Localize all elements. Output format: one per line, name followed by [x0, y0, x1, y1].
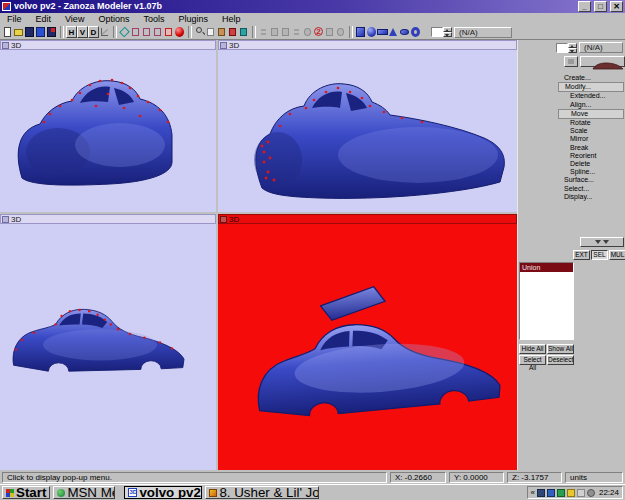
toggle-d-button[interactable]: D [88, 26, 99, 38]
menu-plugins[interactable]: Plugins [171, 14, 215, 25]
viewport-caption-active[interactable]: 3D [218, 214, 517, 224]
mul-mode-button[interactable]: MUL [609, 250, 625, 260]
modifier-tool-icon[interactable] [302, 26, 313, 38]
ext-mode-button[interactable]: EXT [573, 250, 590, 260]
primitive-box-icon[interactable] [377, 26, 388, 38]
status-message: Click to display pop-up menu. [2, 472, 387, 483]
viewport-caption[interactable]: 3D [0, 214, 216, 224]
eraser-tool-icon[interactable] [205, 26, 216, 38]
taskbar: Start MSN Messenger 3D volvo pv2 - Zanoz… [0, 484, 625, 500]
deselect-button[interactable]: Deselect [547, 355, 574, 365]
edges-mode-icon[interactable] [141, 26, 152, 38]
star-tool-icon[interactable] [269, 26, 280, 38]
sidebar-item-move[interactable]: Move [558, 109, 624, 119]
spinner-arrows[interactable] [568, 43, 577, 53]
app-icon[interactable] [2, 2, 11, 11]
zoom-tool-icon[interactable] [194, 26, 205, 38]
viewport-canvas-3d-active[interactable] [218, 224, 517, 470]
weld-tool-icon[interactable] [291, 26, 302, 38]
volume-tray-icon[interactable] [567, 489, 575, 497]
material-box-icon[interactable] [216, 26, 227, 38]
viewport-caption[interactable]: 3D [0, 40, 216, 50]
objects-list-selected-item[interactable]: Union [520, 263, 573, 272]
sidebar-item-scale[interactable]: Scale [562, 127, 624, 135]
select-all-button[interactable]: Select All [519, 355, 546, 365]
spinner-value-box[interactable] [431, 27, 443, 37]
show-all-button[interactable]: Show All [547, 344, 574, 354]
task-msn-messenger[interactable]: MSN Messenger [53, 486, 115, 499]
primitive-sphere-icon[interactable] [366, 26, 377, 38]
sidebar-item-mirror[interactable]: Mirror [562, 135, 624, 143]
new-file-icon[interactable] [2, 26, 13, 38]
sidebar-item-break[interactable]: Break [562, 144, 624, 152]
toggle-v-button[interactable]: V [77, 26, 88, 38]
task-zmodeler[interactable]: 3D volvo pv2 - Zanoz... [124, 486, 202, 499]
main-toolbar: H V D 2 (N/A) [0, 25, 625, 40]
menu-tools[interactable]: Tools [136, 14, 171, 25]
viewport-caption[interactable]: 3D [218, 40, 517, 50]
sidebar-item-rotate[interactable]: Rotate [562, 119, 624, 127]
viewport-canvas-3d[interactable] [0, 50, 216, 212]
sidebar-item-extended[interactable]: Extended... [562, 92, 624, 100]
close-icon[interactable]: ✕ [610, 1, 623, 12]
toggle-h-button[interactable]: H [66, 26, 77, 38]
polygons-mode-icon[interactable] [163, 26, 174, 38]
save-export-icon[interactable] [46, 26, 57, 38]
small-toggle-button[interactable] [564, 56, 578, 67]
vertices-mode-icon[interactable] [130, 26, 141, 38]
viewport-canvas-3d[interactable] [0, 224, 216, 470]
sidebar-item-delete[interactable]: Delete [562, 160, 624, 168]
start-button[interactable]: Start [2, 486, 50, 499]
expand-panel-button[interactable] [580, 237, 624, 247]
sel-mode-button[interactable]: SEL [591, 250, 608, 260]
sidebar-item-surface[interactable]: Surface... [562, 176, 624, 184]
delete-box-icon[interactable] [227, 26, 238, 38]
cut-tool-icon[interactable] [258, 26, 269, 38]
axes-tool-icon[interactable] [99, 26, 110, 38]
primitive-disc-icon[interactable] [399, 26, 410, 38]
menu-file[interactable]: File [0, 14, 29, 25]
task-music-player[interactable]: 8. Usher & Lil' Jon ... [205, 486, 319, 499]
antivirus-tray-icon[interactable] [557, 489, 565, 497]
sidebar-item-create[interactable]: Create... [562, 74, 624, 82]
window-tool-icon[interactable] [280, 26, 291, 38]
viewport-menu-icon[interactable] [2, 216, 9, 223]
viewport-menu-icon[interactable] [220, 216, 227, 223]
hide-all-button[interactable]: Hide All [519, 344, 546, 354]
spinner-value-box[interactable] [556, 43, 568, 53]
open-file-icon[interactable] [13, 26, 24, 38]
wireframe-tool-icon[interactable] [119, 26, 130, 38]
sidebar-item-reorient[interactable]: Reorient [562, 152, 624, 160]
car-view-button[interactable] [580, 56, 625, 67]
save-icon[interactable] [24, 26, 35, 38]
sidebar-item-modify[interactable]: Modify... [558, 82, 624, 92]
sidebar-item-spline[interactable]: Spline... [562, 168, 624, 176]
menu-edit[interactable]: Edit [29, 14, 59, 25]
menu-view[interactable]: View [58, 14, 91, 25]
uv-tool-icon[interactable] [238, 26, 249, 38]
spinner-arrows[interactable] [443, 27, 452, 37]
faces-mode-icon[interactable] [152, 26, 163, 38]
network-tray-icon[interactable] [537, 489, 545, 497]
dialup-tray-icon[interactable] [587, 489, 595, 497]
menu-options[interactable]: Options [91, 14, 136, 25]
viewport-canvas-3d[interactable] [218, 50, 517, 212]
viewport-menu-icon[interactable] [220, 42, 227, 49]
display-tray-icon[interactable] [547, 489, 555, 497]
save-blue-icon[interactable] [35, 26, 46, 38]
primitive-cube-icon[interactable] [355, 26, 366, 38]
sidebar-item-display[interactable]: Display... [562, 193, 624, 201]
maximize-icon[interactable]: □ [594, 1, 607, 12]
primitive-cone-icon[interactable] [388, 26, 399, 38]
primitive-torus-icon[interactable] [410, 26, 421, 38]
tray-collapse-icon[interactable]: « [531, 488, 535, 498]
sidebar-item-select[interactable]: Select... [562, 185, 624, 193]
minimize-icon[interactable]: _ [578, 1, 591, 12]
menu-help[interactable]: Help [215, 14, 248, 25]
sidebar-item-align[interactable]: Align... [562, 101, 624, 109]
scheduler-tray-icon[interactable] [577, 489, 585, 497]
objects-list[interactable]: Union [519, 262, 574, 340]
second-layer-icon[interactable]: 2 [313, 26, 324, 38]
viewport-menu-icon[interactable] [2, 42, 9, 49]
render-sphere-icon[interactable] [174, 26, 185, 38]
